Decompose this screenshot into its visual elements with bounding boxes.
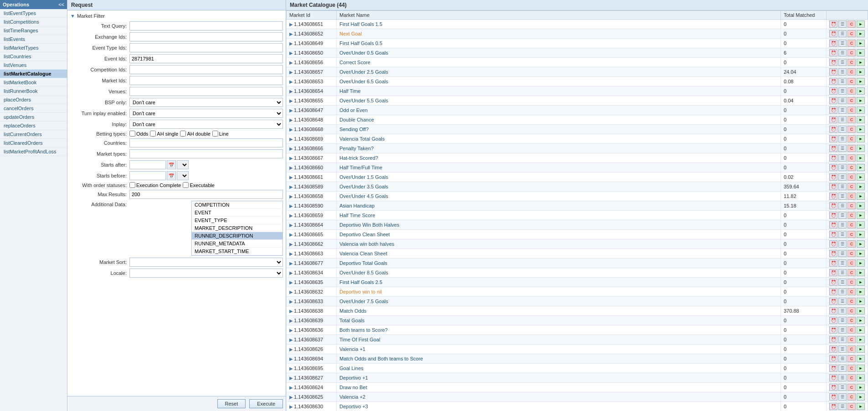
executable-label[interactable]: Executable (183, 182, 214, 188)
additional-item-EVENT[interactable]: EVENT (192, 209, 282, 217)
executable-checkbox[interactable] (183, 182, 189, 188)
list-icon-btn[interactable]: ☰ (838, 298, 847, 305)
clock-icon-btn[interactable]: ⏰ (829, 78, 837, 85)
expand-row-icon[interactable]: ▶ (289, 328, 293, 333)
market-types-input[interactable] (129, 149, 283, 158)
market-name-link[interactable]: Penalty Taken? (339, 146, 374, 151)
go-icon-btn[interactable]: ► (857, 164, 865, 171)
additional-item-MARKET_DESCRIPTION[interactable]: MARKET_DESCRIPTION (192, 224, 282, 232)
expand-row-icon[interactable]: ▶ (289, 70, 293, 75)
cancel-icon-btn[interactable]: C (847, 183, 856, 190)
sidebar-item-listMarketTypes[interactable]: listMarketTypes (0, 44, 67, 52)
clock-icon-btn[interactable]: ⏰ (829, 202, 837, 209)
market-name-link[interactable]: Match Odds and Both teams to Score (339, 356, 423, 361)
go-icon-btn[interactable]: ► (857, 374, 865, 381)
clock-icon-btn[interactable]: ⏰ (829, 40, 837, 47)
list-icon-btn[interactable]: ☰ (838, 68, 847, 76)
starts-before-time-select[interactable] (177, 171, 189, 180)
expand-row-icon[interactable]: ▶ (289, 261, 293, 266)
market-name-link[interactable]: Over/Under 1.5 Goals (339, 174, 388, 180)
odds-checkbox[interactable] (129, 131, 135, 137)
list-icon-btn[interactable]: ☰ (838, 87, 847, 95)
clock-icon-btn[interactable]: ⏰ (829, 355, 837, 362)
market-filter-header[interactable]: ▼ Market Filter (70, 13, 283, 19)
market-name-link[interactable]: Match Odds (339, 308, 366, 314)
sidebar-item-listCountries[interactable]: listCountries (0, 52, 67, 61)
max-results-input[interactable] (129, 190, 283, 199)
go-icon-btn[interactable]: ► (857, 49, 865, 56)
clock-icon-btn[interactable]: ⏰ (829, 384, 837, 391)
cancel-icon-btn[interactable]: C (847, 212, 856, 219)
market-name-link[interactable]: Half Time Score (339, 213, 375, 218)
cancel-icon-btn[interactable]: C (847, 240, 856, 248)
cancel-icon-btn[interactable]: C (847, 317, 856, 324)
go-icon-btn[interactable]: ► (857, 336, 865, 343)
cancel-icon-btn[interactable]: C (847, 193, 856, 200)
market-name-link[interactable]: Over/Under 2.5 Goals (339, 69, 388, 75)
market-name-link[interactable]: Time Of First Goal (339, 337, 380, 342)
market-name-link[interactable]: Total Goals (339, 318, 365, 323)
sidebar-item-listMarketBook[interactable]: listMarketBook (0, 78, 67, 87)
sidebar-item-placeOrders[interactable]: placeOrders (0, 96, 67, 104)
market-name-link[interactable]: Deportivo +3 (339, 404, 368, 409)
cancel-icon-btn[interactable]: C (847, 173, 856, 181)
cancel-icon-btn[interactable]: C (847, 164, 856, 171)
sidebar-collapse-button[interactable]: << (58, 2, 64, 7)
additional-item-MARKET_START_TIME[interactable]: MARKET_START_TIME (192, 248, 282, 255)
list-icon-btn[interactable]: ☰ (838, 307, 847, 315)
additional-item-COMPETITION[interactable]: COMPETITION (192, 201, 282, 209)
cancel-icon-btn[interactable]: C (847, 59, 856, 66)
list-icon-btn[interactable]: ☰ (838, 49, 847, 56)
clock-icon-btn[interactable]: ⏰ (829, 393, 837, 401)
expand-row-icon[interactable]: ▶ (289, 385, 293, 390)
list-icon-btn[interactable]: ☰ (838, 202, 847, 209)
go-icon-btn[interactable]: ► (857, 20, 865, 28)
clock-icon-btn[interactable]: ⏰ (829, 240, 837, 248)
go-icon-btn[interactable]: ► (857, 78, 865, 85)
list-icon-btn[interactable]: ☰ (838, 97, 847, 104)
expand-row-icon[interactable]: ▶ (289, 404, 293, 409)
turn-inplay-select[interactable]: Don't care Yes No (129, 109, 283, 118)
clock-icon-btn[interactable]: ⏰ (829, 269, 837, 276)
market-name-link[interactable]: Valencia win both halves (339, 241, 394, 247)
go-icon-btn[interactable]: ► (857, 30, 865, 37)
expand-row-icon[interactable]: ▶ (289, 89, 293, 94)
expand-row-icon[interactable]: ▶ (289, 31, 293, 36)
clock-icon-btn[interactable]: ⏰ (829, 279, 837, 286)
clock-icon-btn[interactable]: ⏰ (829, 97, 837, 104)
expand-row-icon[interactable]: ▶ (289, 242, 293, 247)
list-icon-btn[interactable]: ☰ (838, 269, 847, 276)
go-icon-btn[interactable]: ► (857, 355, 865, 362)
expand-row-icon[interactable]: ▶ (289, 375, 293, 381)
go-icon-btn[interactable]: ► (857, 345, 865, 353)
cancel-icon-btn[interactable]: C (847, 126, 856, 133)
starts-after-calendar-icon[interactable]: 📅 (167, 160, 176, 169)
go-icon-btn[interactable]: ► (857, 107, 865, 114)
clock-icon-btn[interactable]: ⏰ (829, 326, 837, 334)
venues-input[interactable] (129, 87, 283, 96)
go-icon-btn[interactable]: ► (857, 240, 865, 248)
exchange-ids-input[interactable] (129, 32, 283, 41)
clock-icon-btn[interactable]: ⏰ (829, 183, 837, 190)
market-name-link[interactable]: Valencia Total Goals (339, 136, 385, 142)
go-icon-btn[interactable]: ► (857, 365, 865, 372)
list-icon-btn[interactable]: ☰ (838, 40, 847, 47)
additional-item-RUNNER_DESCRIPTION[interactable]: RUNNER_DESCRIPTION (192, 232, 282, 240)
cancel-icon-btn[interactable]: C (847, 384, 856, 391)
market-name-link[interactable]: Hat-trick Scored? (339, 155, 378, 161)
expand-row-icon[interactable]: ▶ (289, 184, 293, 189)
clock-icon-btn[interactable]: ⏰ (829, 59, 837, 66)
market-name-link[interactable]: Sending Off? (339, 127, 369, 132)
cancel-icon-btn[interactable]: C (847, 326, 856, 334)
sidebar-item-listCurrentOrders[interactable]: listCurrentOrders (0, 130, 67, 139)
market-name-link[interactable]: Asian Handicap (339, 203, 375, 208)
go-icon-btn[interactable]: ► (857, 393, 865, 401)
market-name-link[interactable]: Half Time (339, 88, 360, 94)
countries-input[interactable] (129, 138, 283, 147)
clock-icon-btn[interactable]: ⏰ (829, 164, 837, 171)
clock-icon-btn[interactable]: ⏰ (829, 107, 837, 114)
clock-icon-btn[interactable]: ⏰ (829, 250, 837, 257)
market-name-link[interactable]: Valencia Clean Sheet (339, 251, 387, 256)
expand-row-icon[interactable]: ▶ (289, 137, 293, 142)
go-icon-btn[interactable]: ► (857, 59, 865, 66)
